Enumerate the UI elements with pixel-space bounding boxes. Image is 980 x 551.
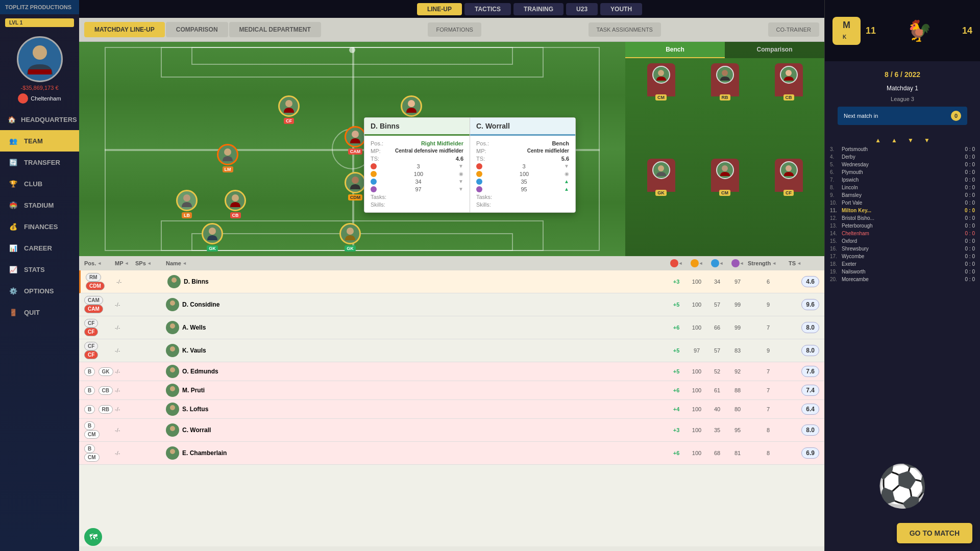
player-token-lb[interactable]: LB — [176, 190, 198, 218]
player-row-6[interactable]: B RB -/- S. Loftus +4 100 40 80 7 6.4 — [79, 400, 824, 419]
player-row-0[interactable]: RM CDM -/- D. Binns +3 100 34 97 6 4.6 — [79, 270, 824, 293]
sidebar-item-options[interactable]: ⚙️ OPTIONS — [0, 280, 79, 302]
league-row-9[interactable]: 12. Bristol Bisho... 0 : 0 — [827, 214, 977, 222]
bench-player-cb[interactable]: CB — [758, 63, 819, 156]
tab-lineup[interactable]: LINE-UP — [417, 3, 462, 15]
league-row-5[interactable]: 8. Lincoln 0 : 0 — [827, 184, 977, 191]
bench-player-cm[interactable]: CM — [630, 63, 692, 156]
bench-player-cm2[interactable]: CM — [694, 159, 755, 252]
sidebar-item-stats[interactable]: 📈 STATS — [0, 259, 79, 280]
header-skill-yellow[interactable]: ◄ — [687, 259, 707, 267]
bench-player-rb[interactable]: RB — [694, 63, 755, 156]
purple-stat-icon-2 — [476, 186, 482, 192]
tab-medical[interactable]: MEDICAL DEPARTMENT — [229, 22, 321, 37]
league-scroll-down2[interactable]: ▼ — [924, 137, 930, 144]
bench-tab-bench[interactable]: Bench — [625, 42, 725, 58]
player-token-gk2[interactable]: GK — [339, 223, 361, 252]
league-row-0[interactable]: 3. Portsmouth 0 : 0 — [827, 145, 977, 153]
league-row-1[interactable]: 4. Derby 0 : 0 — [827, 153, 977, 161]
stadium-icon: 🏟️ — [8, 199, 19, 211]
header-mp[interactable]: MP ◄ — [115, 260, 135, 266]
minimap-button[interactable]: 🗺 — [84, 528, 102, 546]
league-row-7[interactable]: 10. Port Vale 0 : 0 — [827, 199, 977, 207]
league-row-2[interactable]: 5. Wednesday 0 : 0 — [827, 161, 977, 168]
bench-tab-comparison[interactable]: Comparison — [725, 42, 824, 58]
btn-co-trainer[interactable]: CO-TRAINER — [768, 22, 819, 37]
btn-formations[interactable]: FORMATIONS — [428, 22, 481, 37]
player-row-4[interactable]: B GK -/- O. Edmunds +5 100 52 92 7 7.6 — [79, 362, 824, 381]
svg-rect-1 — [28, 69, 52, 74]
sidebar-item-stadium[interactable]: 🏟️ STADIUM — [0, 194, 79, 216]
header-ts[interactable]: TS ◄ — [789, 260, 819, 266]
sidebar-item-team[interactable]: 👥 TEAM — [0, 130, 79, 152]
player-row-7[interactable]: B CM -/- C. Worrall +3 100 35 95 8 8.0 — [79, 419, 824, 442]
player2-pos-row: Pos.: Bench — [476, 140, 569, 146]
sidebar-item-club[interactable]: 🏆 CLUB — [0, 173, 79, 194]
header-name[interactable]: Name ◄ — [166, 260, 651, 266]
header-strength[interactable]: Strength ◄ — [748, 260, 789, 266]
player-token-cdm2[interactable]: CDM — [345, 172, 366, 201]
svg-point-7 — [408, 100, 415, 107]
sidebar-item-headquarters[interactable]: 🏠 HEADQUARTERS — [0, 109, 79, 130]
tab-comparison[interactable]: COMPARISON — [166, 22, 228, 37]
sidebar-item-career[interactable]: 📊 CAREER — [0, 237, 79, 259]
player-row-8[interactable]: B CM -/- E. Chamberlain +6 100 68 81 8 6… — [79, 442, 824, 465]
player-token-cb[interactable]: CB — [225, 190, 246, 218]
header-pos[interactable]: Pos. ◄ — [84, 260, 115, 266]
league-scroll-up[interactable]: ▲ — [875, 137, 881, 144]
league-row-3[interactable]: 6. Plymouth 0 : 0 — [827, 168, 977, 176]
matchday-display: Matchday 1 — [832, 83, 972, 94]
team-icon: 👥 — [8, 135, 19, 146]
svg-point-12 — [722, 70, 728, 76]
league-row-13[interactable]: 16. Shrewsbury 0 : 0 — [827, 245, 977, 253]
league-row-15[interactable]: 18. Exeter 0 : 0 — [827, 260, 977, 268]
player-token-cdm[interactable]: CAM — [345, 126, 366, 155]
date-display: 8 / 6 / 2022 — [832, 66, 972, 83]
sidebar-item-finances[interactable]: 💰 FINANCES — [0, 216, 79, 237]
purple-stat-icon — [371, 186, 377, 192]
league-row-12[interactable]: 15. Oxford 0 : 0 — [827, 237, 977, 245]
league-scroll-down[interactable]: ▼ — [908, 137, 914, 144]
header-skill-purple[interactable]: ◄ — [727, 259, 748, 267]
league-row-6[interactable]: 9. Barnsley 0 : 0 — [827, 191, 977, 199]
player-token-cf-left[interactable]: CF — [278, 95, 300, 124]
btn-task-assignments[interactable]: TASK ASSIGNMENTS — [589, 22, 661, 37]
options-icon: ⚙️ — [8, 285, 19, 296]
player-row-5[interactable]: B CB -/- M. Pruti +6 100 61 88 7 7.4 — [79, 381, 824, 400]
league-row-11[interactable]: 14. Cheltenham 0 : 0 — [827, 230, 977, 237]
league-table: ▲ ▲ ▼ ▼ 3. Portsmouth 0 : 0 4. Derby 0 :… — [825, 133, 980, 286]
tab-matchday-lineup[interactable]: MATCHDAY LINE-UP — [84, 22, 165, 37]
mascot: ⚽ — [877, 462, 928, 510]
player-row-1[interactable]: CAM CAM -/- D. Considine +5 100 57 99 9 … — [79, 293, 824, 316]
header-skill-red[interactable]: ◄ — [666, 259, 687, 267]
player-row-2[interactable]: CF CF -/- A. Wells +6 100 66 99 7 8.0 — [79, 316, 824, 339]
player-token-lm[interactable]: LM — [217, 144, 238, 172]
bench-player-cf[interactable]: CF — [758, 159, 819, 252]
sidebar-item-quit[interactable]: 🚪 QUIT — [0, 302, 79, 323]
tab-training[interactable]: TRAINING — [513, 3, 564, 15]
svg-point-22 — [170, 386, 175, 391]
tab-tactics[interactable]: TACTICS — [464, 3, 511, 15]
sidebar-item-transfer[interactable]: 🔄 TRANSFER — [0, 152, 79, 173]
svg-point-25 — [170, 449, 175, 454]
tab-youth[interactable]: YOUTH — [600, 3, 642, 15]
league-scroll-up2[interactable]: ▲ — [891, 137, 897, 144]
player2-stat4-row: 95 ▲ — [476, 186, 569, 192]
league-row-4[interactable]: 7. Ipswich 0 : 0 — [827, 176, 977, 184]
tab-u23[interactable]: U23 — [566, 3, 598, 15]
player2-stat1-row: 3 ▼ — [476, 163, 569, 169]
club-nav-label: CLUB — [24, 180, 42, 188]
league-row-8[interactable]: 11. Milton Key... 0 : 0 — [827, 207, 977, 214]
header-skill-blue[interactable]: ◄ — [707, 259, 727, 267]
player-token-gk[interactable]: GK — [202, 223, 223, 252]
league-row-16[interactable]: 19. Nailsworth 0 : 0 — [827, 268, 977, 276]
header-sp[interactable]: SPs ◄ — [135, 260, 166, 266]
player-row-3[interactable]: CF CF -/- K. Vauls +5 97 57 83 9 8.0 — [79, 339, 824, 362]
player2-mp-row: MP: Centre midfielder — [476, 148, 569, 154]
finances-icon: 💰 — [8, 221, 19, 232]
league-row-10[interactable]: 13. Peterborough 0 : 0 — [827, 222, 977, 230]
go-to-match-button[interactable]: GO TO MATCH — [897, 523, 972, 543]
league-row-17[interactable]: 20. Morecambe 0 : 0 — [827, 276, 977, 283]
bench-player-gk[interactable]: GK — [630, 159, 692, 252]
league-row-14[interactable]: 17. Wycombe 0 : 0 — [827, 253, 977, 260]
